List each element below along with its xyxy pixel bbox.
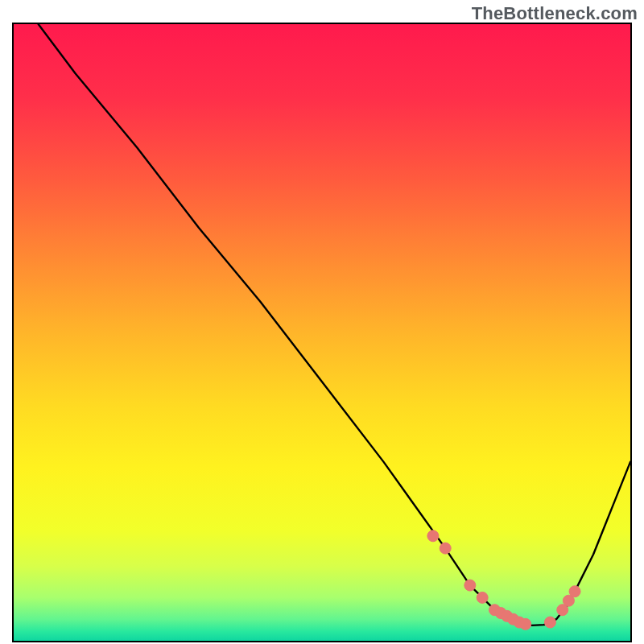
optimal-dot [477,592,488,603]
gradient-background [14,24,630,641]
chart-frame: TheBottleneck.com [0,0,644,644]
optimal-dot [520,618,531,630]
optimal-dot [569,586,580,597]
bottleneck-curve-chart [14,24,630,641]
optimal-dot [440,543,451,554]
optimal-dot [464,580,476,591]
plot-area [12,23,632,642]
watermark-text: TheBottleneck.com [472,3,638,24]
optimal-dot [427,530,439,542]
optimal-dot [544,617,555,628]
